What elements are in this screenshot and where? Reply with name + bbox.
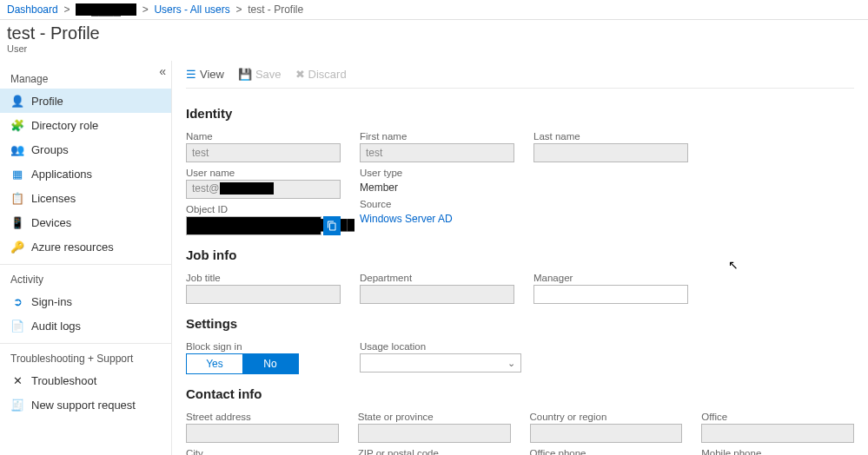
sidebar-item-devices[interactable]: 📱 Devices [0, 210, 171, 234]
label-office: Office [701, 412, 854, 422]
label-username: User name [186, 168, 341, 178]
label-firstname: First name [360, 131, 514, 142]
sidebar-item-audit-logs[interactable]: 📄 Audit logs [0, 313, 171, 338]
label-jobtitle: Job title [186, 273, 341, 283]
label-usertype: User type [360, 168, 514, 178]
sidebar-item-new-support-request[interactable]: 🧾 New support request [0, 392, 171, 417]
page-subtitle: User [7, 43, 861, 54]
name-input [186, 143, 341, 162]
page-header: test - Profile User [0, 20, 868, 61]
sidebar-item-troubleshoot[interactable]: ✕ Troubleshoot [0, 368, 171, 392]
save-icon: 💾 [238, 68, 252, 81]
label-state: State or province [358, 412, 511, 422]
sidebar-item-label: New support request [31, 399, 136, 412]
copy-objectid-button[interactable] [323, 216, 341, 235]
block-signin-toggle[interactable]: Yes No [186, 353, 299, 374]
label-city: City [186, 448, 339, 455]
signin-icon: ➲ [10, 294, 24, 308]
user-icon: 👤 [10, 94, 24, 108]
street-input [186, 424, 339, 443]
discard-label: Discard [308, 68, 347, 81]
country-input [530, 424, 683, 443]
label-mobile: Mobile phone [701, 448, 854, 455]
label-usage-location: Usage location [360, 341, 521, 352]
discard-button[interactable]: ✖ Discard [295, 68, 347, 81]
sidebar-section-manage: Manage [0, 64, 171, 89]
list-icon: ☰ [186, 68, 196, 81]
label-name: Name [186, 131, 341, 142]
usage-location-select[interactable]: ⌄ [360, 353, 521, 373]
support-icon: 🧾 [10, 398, 24, 412]
label-block-signin: Block sign in [186, 341, 341, 352]
sidebar-section-support: Troubleshooting + Support [0, 343, 171, 368]
sidebar-item-azure-resources[interactable]: 🔑 Azure resources [0, 234, 171, 259]
save-button[interactable]: 💾 Save [238, 68, 282, 81]
sidebar: « Manage 👤 Profile 🧩 Directory role 👥 Gr… [0, 61, 172, 455]
sidebar-item-profile[interactable]: 👤 Profile [0, 89, 171, 113]
sidebar-item-label: Sign-ins [31, 295, 72, 308]
sidebar-item-label: Troubleshoot [31, 374, 96, 387]
breadcrumb-redacted[interactable]: ████ [76, 3, 136, 16]
audit-icon: 📄 [10, 319, 24, 333]
label-objectid: Object ID [186, 204, 341, 214]
licenses-icon: 📋 [10, 191, 24, 205]
devices-icon: 📱 [10, 215, 24, 229]
label-zip: ZIP or postal code [358, 448, 511, 455]
sidebar-item-label: Audit logs [31, 320, 81, 333]
view-button[interactable]: ☰ View [186, 68, 224, 81]
toggle-no[interactable]: No [242, 354, 298, 373]
apps-icon: ▦ [10, 167, 24, 181]
sidebar-item-label: Directory role [31, 119, 98, 132]
sidebar-item-label: Profile [31, 95, 63, 108]
objectid-value: ██████████████████████ [186, 216, 321, 235]
view-label: View [200, 68, 224, 81]
label-country: Country or region [530, 412, 683, 422]
department-input [360, 285, 514, 304]
role-icon: 🧩 [10, 118, 24, 132]
save-label: Save [255, 68, 282, 81]
breadcrumb-dashboard[interactable]: Dashboard [7, 3, 58, 16]
key-icon: 🔑 [10, 240, 24, 254]
toggle-yes[interactable]: Yes [187, 354, 242, 373]
label-officephone: Office phone [530, 448, 683, 455]
tools-icon: ✕ [10, 373, 24, 387]
breadcrumb-current: test - Profile [248, 3, 303, 16]
sidebar-item-sign-ins[interactable]: ➲ Sign-ins [0, 289, 171, 313]
main-content: ☰ View 💾 Save ✖ Discard Identity Name Us… [172, 61, 868, 455]
section-settings: Settings [186, 316, 854, 331]
sidebar-item-label: Groups [31, 143, 69, 156]
sidebar-item-label: Applications [31, 168, 92, 181]
firstname-input [360, 143, 514, 162]
chevron-down-icon: ⌄ [507, 358, 515, 369]
jobtitle-input [186, 285, 341, 304]
sidebar-item-label: Licenses [31, 192, 76, 205]
label-department: Department [360, 273, 514, 283]
usertype-value: Member [360, 180, 514, 194]
breadcrumb-users[interactable]: Users - All users [154, 3, 229, 16]
manager-input[interactable] [533, 285, 688, 304]
username-input: test@x [186, 180, 341, 199]
sidebar-item-label: Devices [31, 216, 71, 229]
label-lastname: Last name [533, 131, 688, 142]
groups-icon: 👥 [10, 142, 24, 156]
breadcrumb: Dashboard > ████ > Users - All users > t… [0, 0, 868, 20]
sidebar-item-label: Azure resources [31, 241, 114, 254]
page-title: test - Profile [7, 23, 861, 43]
sidebar-section-activity: Activity [0, 264, 171, 289]
label-street: Street address [186, 412, 339, 422]
source-link[interactable]: Windows Server AD [360, 211, 514, 225]
sidebar-item-licenses[interactable]: 📋 Licenses [0, 186, 171, 210]
section-identity: Identity [186, 106, 854, 121]
toolbar: ☰ View 💾 Save ✖ Discard [186, 61, 854, 89]
office-input [701, 424, 854, 443]
sidebar-item-directory-role[interactable]: 🧩 Directory role [0, 113, 171, 137]
collapse-sidebar-icon[interactable]: « [159, 64, 166, 78]
section-jobinfo: Job info [186, 247, 854, 262]
discard-icon: ✖ [295, 68, 305, 81]
sidebar-item-applications[interactable]: ▦ Applications [0, 162, 171, 186]
copy-icon [327, 221, 337, 231]
label-manager: Manager [533, 273, 688, 283]
state-input [358, 424, 511, 443]
section-contact: Contact info [186, 386, 854, 401]
sidebar-item-groups[interactable]: 👥 Groups [0, 137, 171, 162]
